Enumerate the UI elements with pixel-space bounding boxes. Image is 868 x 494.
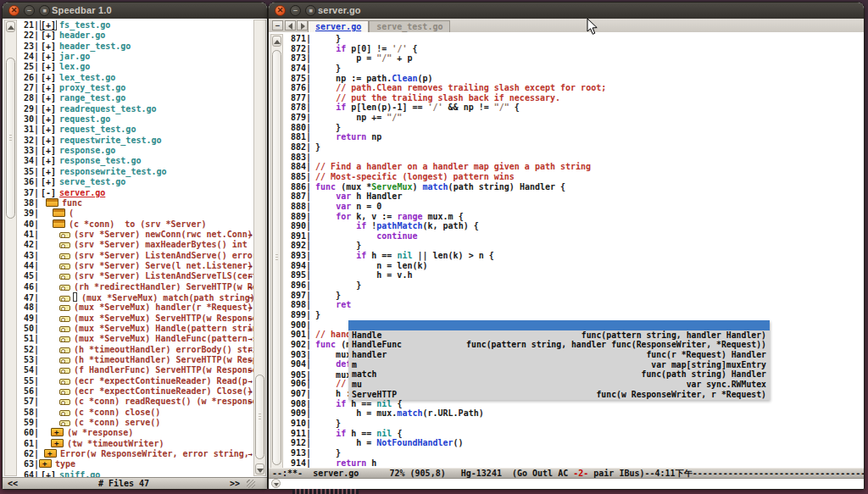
scroll-up-icon[interactable] <box>272 36 281 47</box>
speedbar-item-label[interactable]: proxy_test.go <box>59 83 125 92</box>
code-line[interactable]: 908| if h == nil { <box>285 399 864 409</box>
code-line[interactable]: 896| } <box>285 280 864 291</box>
speedbar-row[interactable]: 30|[+]request.go <box>17 114 253 125</box>
editor-titlebar[interactable]: ✕ – ■ server.go <box>269 3 864 19</box>
collapse-icon[interactable]: [-] <box>41 188 56 197</box>
speedbar-scroll-right-button[interactable]: >> <box>230 478 240 489</box>
code-line[interactable]: 880| } <box>285 123 864 133</box>
minibuffer[interactable] <box>269 479 864 489</box>
tag-icon[interactable] <box>59 368 70 374</box>
tag-icon[interactable] <box>59 389 70 395</box>
code-line[interactable]: 878| if p[len(p)-1] == '/' && np != "/" … <box>285 103 864 113</box>
code-line[interactable]: 894| n = len(k) <box>285 261 864 271</box>
code-line[interactable]: 875| np := path.Clean(p) <box>285 74 864 84</box>
speedbar-item-label[interactable]: response.go <box>59 146 115 155</box>
speedbar-item-label[interactable]: serve_test.go <box>59 177 125 186</box>
scroll-down-icon[interactable] <box>271 479 281 488</box>
popup-item[interactable]: Handlefunc(pattern string, handler Handl… <box>348 330 770 341</box>
speedbar-row[interactable]: 45|(srv *Server) ListenAndServeTLS(certF… <box>17 271 253 281</box>
code-line[interactable]: 882|} <box>285 142 864 153</box>
tag-icon[interactable] <box>59 232 70 238</box>
tag-icon[interactable] <box>59 285 70 291</box>
speedbar-item-label[interactable]: (rh *redirectHandler) ServeHTTP(w Res <box>74 282 253 291</box>
tab-close-button[interactable]: − <box>272 20 283 31</box>
speedbar-item-label[interactable]: func <box>62 198 82 208</box>
code-line[interactable]: 871| } <box>285 34 864 44</box>
tag-icon[interactable] <box>59 336 70 342</box>
speedbar-row[interactable]: 51|(mux *ServeMux) HandleFunc(pattern st… <box>17 334 253 344</box>
folder-plus-icon[interactable] <box>51 428 64 436</box>
speedbar-item-label[interactable]: range_test.go <box>59 93 125 103</box>
speedbar-row[interactable]: 61|(tw *timeoutWriter) <box>17 439 253 449</box>
code-line[interactable]: 888| var n = 0 <box>285 202 864 212</box>
autocomplete-popup[interactable]: Handlefunc(pattern string, handler Handl… <box>348 320 770 400</box>
speedbar-item-label[interactable]: type <box>55 459 75 469</box>
speedbar-item-label[interactable]: requestwrite_test.go <box>59 136 161 145</box>
speedbar-row[interactable]: 32|[+]requestwrite_test.go <box>17 136 253 146</box>
expand-icon[interactable]: [+] <box>41 104 56 114</box>
speedbar-row[interactable]: 33|[+]response.go <box>17 146 253 156</box>
speedbar-item-label[interactable]: header_test.go <box>59 42 131 51</box>
tag-icon[interactable] <box>59 347 70 353</box>
speedbar-row[interactable]: 56|(ecr *expectContinueReader) Close() e… <box>17 386 253 397</box>
tag-icon[interactable] <box>59 253 70 259</box>
speedbar-row[interactable]: 52|(h *timeoutHandler) errorBody() strin… <box>17 345 253 355</box>
code-line[interactable]: 895| h = v.h <box>285 270 864 280</box>
editor-buffer[interactable]: 871| }872| if p[0] != '/' {873| p = "/" … <box>269 32 864 468</box>
popup-item[interactable]: handlerfunc(r *Request) Handler <box>348 350 770 360</box>
speedbar-item-label[interactable]: (h *timeoutHandler) ServeHTTP(w Respo <box>74 355 253 364</box>
code-line[interactable]: 886|func (mux *ServeMux) match(path stri… <box>285 182 864 192</box>
tag-icon[interactable] <box>59 326 70 332</box>
speedbar-item-label[interactable]: readrequest_test.go <box>59 104 156 114</box>
speedbar-row[interactable]: 44|(srv *Server) Serve(l net.Listener) e… <box>17 261 253 271</box>
speedbar-row[interactable]: 27|[+]proxy_test.go <box>17 83 253 93</box>
popup-selected-row[interactable] <box>348 320 770 330</box>
speedbar-row[interactable]: 26|[+]lex_test.go <box>17 73 253 83</box>
speedbar-row[interactable]: 59|(c *conn) serve() <box>17 418 253 428</box>
folder-open-icon[interactable] <box>46 198 58 207</box>
speedbar-item-label[interactable]: (w *response) <box>67 428 133 437</box>
code-line[interactable]: 877| // put the trailing slash back if n… <box>285 93 864 103</box>
tag-icon[interactable] <box>59 264 70 269</box>
speedbar-row[interactable]: 22|[+]header.go <box>17 31 253 41</box>
code-line[interactable]: 899|} <box>285 310 864 320</box>
speedbar-item-label[interactable]: (srv *Server) Serve(l net.Listener) e <box>74 261 253 270</box>
speedbar-item-label[interactable]: fs_test.go <box>59 20 110 30</box>
expand-icon[interactable]: [+] <box>41 114 56 124</box>
folder-plus-icon[interactable] <box>39 459 52 468</box>
speedbar-row[interactable]: 39|( <box>17 208 253 219</box>
folder-open-icon[interactable] <box>53 219 65 228</box>
speedbar-item-label[interactable]: response_test.go <box>59 156 141 165</box>
speedbar-item-label[interactable]: (mux *ServeMux) HandleFunc(pattern st <box>74 334 253 343</box>
tab-scroll-left-button[interactable] <box>285 20 296 31</box>
expand-icon[interactable]: [+] <box>41 93 56 103</box>
speedbar-row[interactable]: 60|(w *response) <box>17 428 253 438</box>
code-line[interactable]: 892| } <box>285 241 864 251</box>
expand-icon[interactable]: [+] <box>41 167 56 176</box>
code-line[interactable]: 897| } <box>285 291 864 301</box>
expand-icon[interactable]: [+] <box>41 146 56 155</box>
scrollbar-thumb[interactable] <box>255 375 264 459</box>
speedbar-row[interactable]: 63|type <box>17 459 253 469</box>
speedbar-row[interactable]: 37|[-]server.go <box>17 188 253 198</box>
minimize-icon[interactable]: – <box>24 5 35 16</box>
speedbar-item-label[interactable]: (c *conn) to (srv *Server) <box>69 219 207 229</box>
speedbar-row[interactable]: 29|[+]readrequest_test.go <box>17 104 253 114</box>
code-line[interactable]: 910| } <box>285 419 864 429</box>
tab-server-go[interactable]: server.go <box>308 20 369 33</box>
code-line[interactable]: 883| <box>285 153 864 163</box>
speedbar-row[interactable]: 34|[+]response_test.go <box>17 156 253 166</box>
speedbar-row[interactable]: 25|[+]lex.go <box>17 62 253 72</box>
speedbar-row[interactable]: 55|(ecr *expectContinueReader) Read(p []… <box>17 376 253 386</box>
speedbar-item-label[interactable]: (c *conn) serve() <box>74 418 160 427</box>
speedbar-item-label[interactable]: request.go <box>59 114 110 124</box>
speedbar-item-label[interactable]: server.go <box>59 188 105 197</box>
expand-icon[interactable]: [+] <box>41 31 56 40</box>
code-line[interactable]: 887| var h Handler <box>285 191 864 202</box>
code-line[interactable]: 876| // path.Clean removes trailing slas… <box>285 83 864 93</box>
close-icon[interactable]: ✕ <box>8 5 19 16</box>
expand-icon[interactable]: [+] <box>41 73 56 82</box>
scrollbar-thumb[interactable] <box>6 58 15 219</box>
code-line[interactable]: 884|// Find a handler on a handler map g… <box>285 162 864 172</box>
tab-serve_test-go[interactable]: serve_test.go <box>369 20 450 33</box>
